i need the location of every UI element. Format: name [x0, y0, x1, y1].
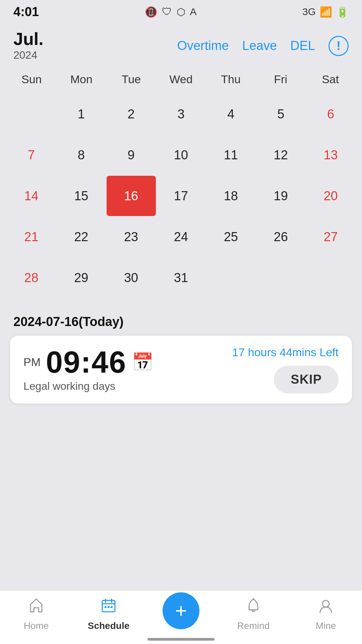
header-actions: Overtime Leave DEL !	[177, 36, 349, 56]
time-ampm: PM	[23, 356, 41, 369]
calendar: Sun Mon Tue Wed Thu Fri Sat 1 2 3 4 5 6 …	[0, 65, 362, 305]
cal-empty-3	[256, 258, 305, 298]
svg-point-8	[322, 600, 329, 607]
cal-day-1[interactable]: 1	[57, 94, 106, 134]
cal-day-26[interactable]: 26	[256, 217, 305, 257]
days-of-week: Sun Mon Tue Wed Thu Fri Sat	[7, 68, 355, 91]
shield-icon: 🛡	[162, 6, 172, 17]
nav-mine[interactable]: Mine	[290, 597, 362, 631]
leave-button[interactable]: Leave	[242, 39, 277, 53]
diamond-icon: ⬡	[177, 6, 185, 18]
calendar-icon: 📅	[132, 352, 154, 372]
time-card: PM 09:46 📅 Legal working days 17 hours 4…	[10, 336, 352, 404]
info-button[interactable]: !	[328, 36, 349, 56]
cal-day-15[interactable]: 15	[57, 176, 106, 216]
battery-icon: 🔋	[336, 6, 349, 18]
cal-day-27[interactable]: 27	[306, 217, 355, 257]
cal-day-13[interactable]: 13	[306, 135, 355, 175]
cal-empty-4	[306, 258, 355, 298]
status-right: 3G 📶 🔋	[302, 6, 349, 18]
cal-day-25[interactable]: 25	[206, 217, 255, 257]
overtime-button[interactable]: Overtime	[177, 39, 229, 53]
selected-date-label: 2024-07-16(Today)	[0, 305, 362, 336]
status-time: 4:01	[13, 5, 39, 19]
home-indicator	[147, 638, 215, 641]
nav-remind[interactable]: Remind	[217, 597, 290, 631]
dow-wed: Wed	[156, 68, 206, 91]
status-bar: 4:01 📵 🛡 ⬡ A 3G 📶 🔋	[0, 0, 362, 23]
nav-mine-label: Mine	[316, 621, 336, 631]
bottom-nav: Home Schedule + Remi	[0, 590, 362, 644]
cal-day-16-today[interactable]: 16	[107, 176, 156, 216]
time-card-right: 17 hours 44mins Left SKIP	[232, 346, 339, 393]
cal-day-4[interactable]: 4	[206, 94, 255, 134]
cal-day-9[interactable]: 9	[107, 135, 156, 175]
cal-day-6[interactable]: 6	[306, 94, 355, 134]
calendar-header: Jul. 2024 Overtime Leave DEL !	[0, 23, 362, 65]
time-display: PM 09:46 📅	[23, 347, 154, 377]
svg-point-5	[108, 606, 110, 608]
cal-day-19[interactable]: 19	[256, 176, 305, 216]
cal-day-10[interactable]: 10	[157, 135, 206, 175]
cal-day-17[interactable]: 17	[157, 176, 206, 216]
schedule-icon	[100, 597, 117, 618]
translate-icon: A	[190, 6, 197, 17]
time-sub-label: Legal working days	[23, 380, 154, 392]
year-label: 2024	[13, 49, 44, 61]
time-left-label: 17 hours 44mins Left	[232, 346, 339, 359]
add-button[interactable]: +	[163, 592, 199, 629]
svg-point-6	[111, 606, 113, 608]
cal-empty	[7, 94, 56, 134]
cal-day-2[interactable]: 2	[107, 94, 156, 134]
signal-icon: 📶	[320, 6, 332, 18]
cal-day-12[interactable]: 12	[256, 135, 305, 175]
dow-mon: Mon	[57, 68, 107, 91]
nav-remind-label: Remind	[237, 621, 269, 631]
skip-button[interactable]: SKIP	[274, 366, 339, 393]
cal-day-18[interactable]: 18	[206, 176, 255, 216]
month-year: Jul. 2024	[13, 30, 44, 61]
dow-sun: Sun	[7, 68, 57, 91]
nav-home[interactable]: Home	[0, 597, 72, 631]
network-label: 3G	[302, 6, 316, 17]
info-icon: !	[337, 39, 341, 53]
nav-schedule-label: Schedule	[88, 621, 129, 631]
cal-day-3[interactable]: 3	[157, 94, 206, 134]
del-button[interactable]: DEL	[290, 39, 315, 53]
cal-day-31[interactable]: 31	[157, 258, 206, 298]
svg-point-4	[105, 606, 107, 608]
cal-day-24[interactable]: 24	[157, 217, 206, 257]
dow-tue: Tue	[106, 68, 156, 91]
calendar-grid: 1 2 3 4 5 6 7 8 9 10 11 12 13 14 15 16 1…	[7, 94, 355, 298]
cal-day-23[interactable]: 23	[107, 217, 156, 257]
notification-icon: 📵	[145, 6, 157, 18]
cal-day-20[interactable]: 20	[306, 176, 355, 216]
cal-day-5[interactable]: 5	[256, 94, 305, 134]
cal-day-29[interactable]: 29	[57, 258, 106, 298]
status-icons: 📵 🛡 ⬡ A	[145, 6, 197, 18]
cal-day-21[interactable]: 21	[7, 217, 56, 257]
month-label: Jul.	[13, 30, 44, 48]
remind-icon	[245, 597, 262, 618]
dow-thu: Thu	[206, 68, 256, 91]
nav-schedule[interactable]: Schedule	[72, 597, 145, 631]
nav-home-label: Home	[24, 621, 49, 631]
dow-sat: Sat	[305, 68, 355, 91]
time-value: 09:46	[46, 347, 126, 377]
cal-day-8[interactable]: 8	[57, 135, 106, 175]
cal-day-28[interactable]: 28	[7, 258, 56, 298]
dow-fri: Fri	[256, 68, 306, 91]
home-icon	[28, 597, 45, 618]
cal-day-14[interactable]: 14	[7, 176, 56, 216]
cal-day-7[interactable]: 7	[7, 135, 56, 175]
cal-empty-2	[206, 258, 255, 298]
add-icon: +	[175, 601, 187, 621]
mine-icon	[317, 597, 334, 618]
cal-day-11[interactable]: 11	[206, 135, 255, 175]
nav-add[interactable]: +	[145, 592, 217, 636]
cal-day-30[interactable]: 30	[107, 258, 156, 298]
time-card-left: PM 09:46 📅 Legal working days	[23, 347, 154, 392]
cal-day-22[interactable]: 22	[57, 217, 106, 257]
